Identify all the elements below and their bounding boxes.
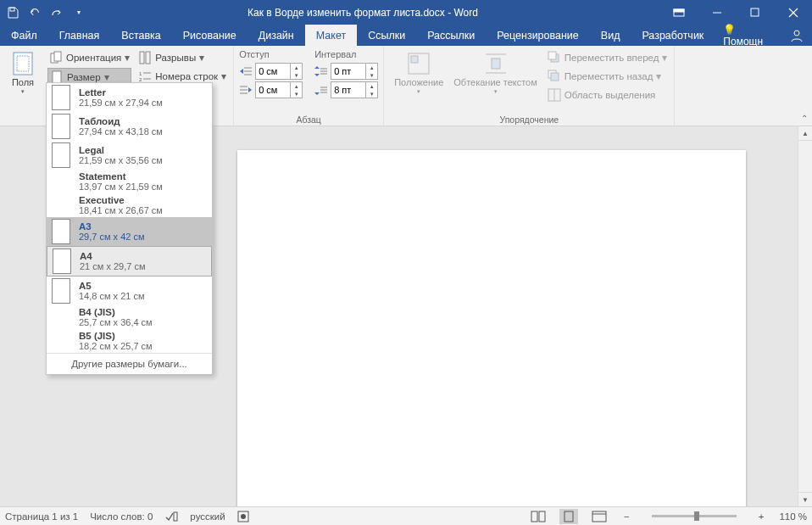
space-before-input[interactable]: ▲▼ (331, 63, 378, 80)
page-icon (52, 219, 70, 244)
svg-rect-32 (411, 56, 418, 63)
zoom-in-button[interactable]: + (755, 511, 768, 522)
svg-rect-2 (674, 9, 684, 12)
space-after-icon (314, 84, 328, 96)
svg-rect-13 (140, 52, 144, 64)
size-menu: Letter21,59 см x 27,94 смТаблоид27,94 см… (46, 82, 213, 375)
breaks-button[interactable]: Разрывы▾ (136, 49, 228, 66)
page-icon (52, 85, 70, 110)
tab-developer[interactable]: Разработчик (631, 25, 715, 46)
svg-rect-14 (146, 52, 150, 64)
minimize-button[interactable] (698, 0, 736, 25)
svg-rect-37 (548, 52, 556, 59)
read-mode-icon[interactable] (529, 509, 548, 524)
tab-mailings[interactable]: Рассылки (416, 25, 486, 46)
position-button[interactable]: Положение▾ (389, 47, 448, 98)
indent-left-icon (239, 65, 253, 77)
redo-icon[interactable] (51, 7, 63, 19)
web-layout-icon[interactable] (590, 509, 609, 524)
status-bar: Страница 1 из 1 Число слов: 0 русский − … (0, 506, 812, 525)
status-words[interactable]: Число слов: 0 (90, 511, 153, 522)
svg-rect-33 (492, 59, 500, 69)
svg-rect-0 (10, 8, 14, 11)
tell-me-icon[interactable]: 💡 Помощн (723, 24, 778, 47)
status-page[interactable]: Страница 1 из 1 (5, 511, 78, 522)
selection-pane-button[interactable]: Область выделения (546, 87, 670, 103)
qat-customize-icon[interactable]: ▾ (73, 7, 85, 19)
wrap-text-button[interactable]: Обтекание текстом▾ (448, 47, 542, 98)
save-icon[interactable] (7, 7, 19, 19)
page-icon (52, 142, 70, 168)
size-option-executive[interactable]: Executive18,41 см x 26,67 см (47, 193, 212, 217)
spellcheck-icon[interactable] (164, 511, 178, 522)
indent-left-input[interactable]: ▲▼ (255, 63, 303, 80)
group-arrange-label: Упорядочение (389, 113, 669, 126)
size-option-letter[interactable]: Letter21,59 см x 27,94 см (47, 83, 212, 112)
macro-icon[interactable] (237, 511, 249, 522)
size-option-b4-jis-[interactable]: B4 (JIS)25,7 см x 36,4 см (47, 305, 212, 329)
size-option-statement[interactable]: Statement13,97 см x 21,59 см (47, 170, 212, 193)
tab-review[interactable]: Рецензирование (486, 25, 590, 46)
tab-file[interactable]: Файл (0, 25, 48, 46)
quick-access-toolbar: ▾ (0, 7, 92, 19)
svg-rect-42 (174, 512, 177, 521)
svg-rect-11 (54, 52, 61, 61)
indent-right-icon (239, 84, 253, 96)
ribbon-tabs: Файл Главная Вставка Рисование Дизайн Ма… (0, 25, 812, 46)
size-option-a4[interactable]: A421 см x 29,7 см (47, 246, 212, 276)
tab-draw[interactable]: Рисование (172, 25, 247, 46)
svg-point-44 (241, 514, 246, 519)
help-area: 💡 Помощн (715, 25, 812, 46)
window-controls (659, 0, 812, 25)
page-icon (52, 114, 70, 139)
tab-references[interactable]: Ссылки (357, 25, 416, 46)
print-layout-icon[interactable] (559, 509, 578, 524)
page-icon (53, 249, 71, 274)
more-paper-sizes[interactable]: Другие размеры бумаги... (47, 353, 212, 374)
status-language[interactable]: русский (190, 511, 225, 522)
zoom-level[interactable]: 110 % (779, 511, 807, 522)
bring-forward-button[interactable]: Переместить вперед▾ (546, 49, 670, 66)
zoom-out-button[interactable]: − (620, 511, 633, 522)
tab-layout[interactable]: Макет (305, 25, 357, 46)
tab-insert[interactable]: Вставка (110, 25, 171, 46)
interval-label: Интервал (314, 49, 378, 59)
tab-design[interactable]: Дизайн (247, 25, 305, 46)
ribbon-display-icon[interactable] (659, 0, 698, 25)
page-icon (52, 278, 70, 304)
margins-button[interactable]: Поля ▾ (5, 47, 41, 98)
vertical-scrollbar[interactable]: ▲ ▼ (798, 126, 812, 506)
collapse-ribbon-icon[interactable]: ⌃ (801, 114, 808, 123)
close-button[interactable] (774, 0, 812, 25)
zoom-slider[interactable] (652, 515, 737, 517)
window-title: Как в Ворде изменить формат листа.docx -… (92, 7, 659, 19)
svg-rect-39 (551, 73, 559, 81)
space-before-icon (314, 65, 328, 77)
undo-icon[interactable] (29, 7, 41, 19)
send-backward-button[interactable]: Переместить назад▾ (546, 68, 670, 85)
title-bar: ▾ Как в Ворде изменить формат листа.docx… (0, 0, 812, 25)
svg-text:1: 1 (139, 71, 142, 76)
group-paragraph-label: Абзац (239, 113, 378, 126)
document-page[interactable] (237, 150, 746, 506)
indent-right-input[interactable]: ▲▼ (255, 81, 303, 98)
svg-point-7 (794, 31, 799, 36)
orientation-button[interactable]: Ориентация▾ (47, 49, 131, 66)
indent-label: Отступ (239, 49, 303, 59)
svg-rect-4 (751, 8, 759, 16)
space-after-input[interactable]: ▲▼ (331, 81, 378, 98)
svg-rect-47 (565, 511, 573, 522)
svg-rect-46 (539, 511, 545, 522)
svg-rect-48 (592, 511, 606, 522)
svg-rect-12 (53, 71, 61, 83)
tab-view[interactable]: Вид (590, 25, 631, 46)
size-option--[interactable]: Таблоид27,94 см x 43,18 см (47, 112, 212, 141)
size-option-a3[interactable]: A329,7 см x 42 см (47, 217, 212, 246)
account-icon[interactable] (790, 29, 804, 42)
maximize-button[interactable] (736, 0, 774, 25)
size-option-legal[interactable]: Legal21,59 см x 35,56 см (47, 141, 212, 170)
size-option-b5-jis-[interactable]: B5 (JIS)18,2 см x 25,7 см (47, 329, 212, 353)
svg-rect-45 (531, 511, 537, 522)
tab-home[interactable]: Главная (48, 25, 111, 46)
size-option-a5[interactable]: A514,8 см x 21 см (47, 276, 212, 305)
